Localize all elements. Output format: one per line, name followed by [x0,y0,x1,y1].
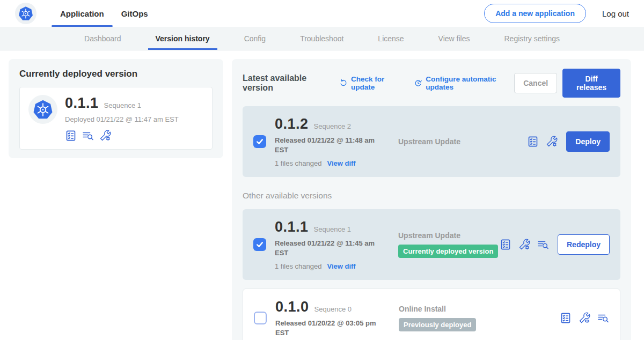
tab-gitops[interactable]: GitOps [113,0,157,27]
clock-refresh-icon [414,78,422,88]
currently-deployed-card: Currently deployed version [9,59,223,158]
checklist-icon[interactable] [500,239,511,250]
configure-automatic-updates-link[interactable]: Configure automatic updates [414,75,514,91]
released-timestamp: Released 01/21/22 @ 11:45 am EST [275,239,382,257]
sequence-label: Sequence 0 [314,305,352,313]
wrench-gear-icon[interactable] [546,136,558,147]
version-number: 0.1.0 [275,299,309,315]
version-source-label: Upstream Update [398,231,500,240]
subnav-item-license[interactable]: License [361,27,421,50]
top-nav: Application GitOps Add a new application… [0,0,644,27]
version-history-panel: Latest available version Check for updat… [232,59,631,340]
kubernetes-logo [15,3,36,24]
currently-deployed-title: Currently deployed version [19,69,213,79]
deployed-version-card: 0.1.1 Sequence 1 Deployed 01/21/22 @ 11:… [19,87,213,150]
version-row: 0.1.0 Sequence 0 Released 01/20/22 @ 03:… [243,289,620,340]
released-timestamp: Released 01/21/22 @ 11:48 am EST [275,136,382,154]
subnav-item-version-history[interactable]: Version history [138,27,227,50]
logout-button[interactable]: Log out [602,9,629,18]
latest-available-title: Latest available version [243,73,328,93]
currently-deployed-badge: Currently deployed version [398,245,498,258]
version-number: 0.1.2 [275,116,309,132]
view-diff-link[interactable]: View diff [327,159,355,167]
subnav-item-troubleshoot[interactable]: Troubleshoot [283,27,361,50]
add-application-button[interactable]: Add a new application [484,4,586,23]
checklist-icon[interactable] [65,130,77,142]
wrench-eye-icon[interactable] [579,312,590,324]
deployed-timestamp: Deployed 01/21/22 @ 11:47 am EST [65,115,179,123]
lines-magnifier-icon[interactable] [597,312,609,324]
version-number: 0.1.1 [275,219,309,235]
version-checkbox[interactable] [253,238,266,251]
wrench-gear-icon[interactable] [99,130,111,142]
version-source-label: Online Install [399,305,560,313]
diff-releases-button[interactable]: Diff releases [562,69,620,98]
other-versions-title: Other available versions [243,191,620,201]
wrench-gear-icon[interactable] [518,239,530,250]
checklist-icon[interactable] [527,136,539,147]
subnav-item-registry-settings[interactable]: Registry settings [487,27,577,50]
subnav-item-view-files[interactable]: View files [421,27,487,50]
view-diff-link[interactable]: View diff [327,262,355,270]
lines-magnifier-icon[interactable] [82,130,94,142]
version-row: 0.1.2 Sequence 2 Released 01/21/22 @ 11:… [243,106,620,177]
version-checkbox[interactable] [253,135,266,148]
deploy-button[interactable]: Deploy [566,131,610,152]
released-timestamp: Released 01/20/22 @ 03:05 pm EST [275,319,383,337]
cancel-button[interactable]: Cancel [514,73,557,93]
checklist-icon[interactable] [560,312,572,324]
tab-application[interactable]: Application [52,0,113,27]
files-changed-label: 1 files changed [275,159,321,167]
version-row: 0.1.1 Sequence 1 Released 01/21/22 @ 11:… [243,209,620,280]
sequence-label: Sequence 1 [314,225,351,233]
previously-deployed-badge: Previously deployed [399,318,476,331]
refresh-icon [339,78,348,88]
redeploy-button[interactable]: Redeploy [558,234,610,255]
subnav-item-dashboard[interactable]: Dashboard [67,27,138,50]
lines-magnifier-icon[interactable] [537,239,549,250]
sub-nav: Dashboard Version history Config Trouble… [0,27,644,50]
files-changed-label: 1 files changed [275,262,321,270]
deployed-sequence-label: Sequence 1 [104,101,141,109]
subnav-item-config[interactable]: Config [227,27,283,50]
version-source-label: Upstream Update [398,137,527,146]
top-nav-tabs: Application GitOps [52,0,157,27]
app-kubernetes-icon [28,95,57,124]
deployed-version-number: 0.1.1 [65,95,99,112]
check-for-update-link[interactable]: Check for update [339,75,403,91]
version-checkbox[interactable] [254,312,267,324]
sequence-label: Sequence 2 [314,122,351,130]
